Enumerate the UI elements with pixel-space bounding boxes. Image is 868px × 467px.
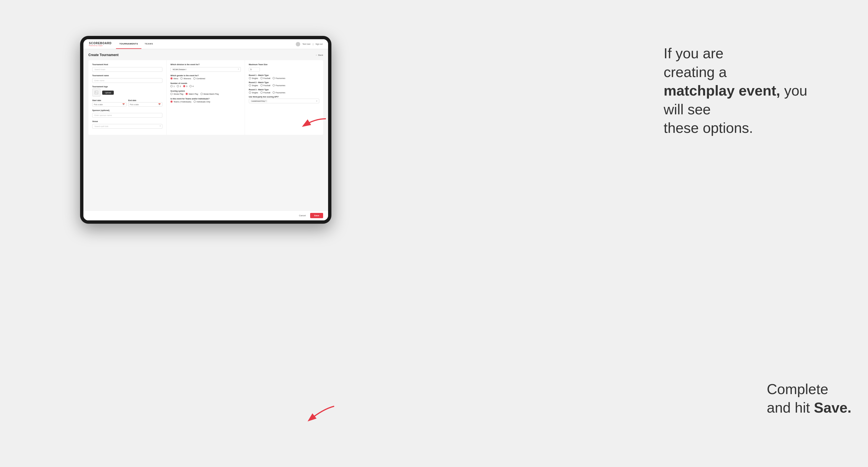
scoring-group: Scoring system Stroke Play Match Play xyxy=(170,90,241,95)
start-date-label: Start date xyxy=(92,99,126,101)
round2-foursomes-option[interactable]: Foursomes xyxy=(273,84,285,87)
round3-foursomes-radio[interactable] xyxy=(273,91,275,94)
gender-combined-option[interactable]: Combined xyxy=(193,77,205,80)
scoring-match-radio[interactable] xyxy=(186,93,188,95)
tablet-screen: SCOREBOARD Powered by clippit TOURNAMENT… xyxy=(84,39,328,220)
rounds-3-label: 3 xyxy=(186,85,187,87)
rounds-2-radio[interactable] xyxy=(177,85,179,87)
start-date-group: Start date 📅 xyxy=(92,99,126,106)
third-party-label: Use third-party live scoring API? xyxy=(249,96,319,98)
teams-individuals-radio[interactable] xyxy=(194,100,196,103)
tournament-name-input[interactable] xyxy=(92,78,162,83)
third-party-select[interactable]: Leaderboard King × ▼ xyxy=(249,99,319,103)
division-select[interactable]: NCAA Division I xyxy=(170,67,241,72)
sponsor-label: Sponsor (optional) xyxy=(92,110,162,111)
gender-mens-option[interactable]: Mens xyxy=(170,77,178,80)
round1-singles-radio[interactable] xyxy=(249,77,251,79)
round1-singles-label: Singles xyxy=(252,77,258,79)
gender-radio-group: Mens Womens Combined xyxy=(170,77,241,80)
round1-foursomes-radio[interactable] xyxy=(273,77,275,79)
venue-group: Venue xyxy=(92,120,162,129)
tournament-host-input[interactable] xyxy=(92,67,162,72)
round2-singles-radio[interactable] xyxy=(249,84,251,87)
scoring-stroke-option[interactable]: Stroke Play xyxy=(170,93,183,95)
gender-womens-option[interactable]: Womens xyxy=(180,77,191,80)
rounds-1-radio[interactable] xyxy=(170,85,173,87)
nav-tabs: TOURNAMENTS TEAMS xyxy=(116,39,156,49)
round3-section: Round 3 - Match Type Singles Fourball xyxy=(249,89,319,94)
sign-out-link[interactable]: Sign out xyxy=(315,43,322,45)
page-title-row: Create Tournament ← Back xyxy=(88,53,323,57)
scoring-match-option[interactable]: Match Play xyxy=(186,93,198,95)
round3-fourball-radio[interactable] xyxy=(260,91,262,94)
end-date-field[interactable]: 📅 xyxy=(128,102,162,106)
round3-singles-option[interactable]: Singles xyxy=(249,91,258,94)
cancel-button[interactable]: Cancel xyxy=(297,213,308,218)
rounds-4-option[interactable]: 4 xyxy=(189,85,194,87)
dates-group: Start date 📅 End date 📅 xyxy=(92,99,162,106)
tab-tournaments[interactable]: TOURNAMENTS xyxy=(116,39,142,49)
tournament-name-group: Tournament name xyxy=(92,74,162,83)
teams-teams-radio[interactable] xyxy=(170,100,173,103)
teams-individuals-label: Individuals Only xyxy=(197,101,210,103)
app-header: SCOREBOARD Powered by clippit TOURNAMENT… xyxy=(84,39,328,49)
save-button[interactable]: Save xyxy=(310,213,323,218)
logo-upload-row: Upload xyxy=(92,88,162,97)
scoring-medal-option[interactable]: Medal Match Play xyxy=(200,93,219,95)
tournament-logo-label: Tournament logo xyxy=(92,86,162,88)
round2-foursomes-label: Foursomes xyxy=(276,85,285,87)
round2-title: Round 2 - Match Type xyxy=(249,82,319,84)
gender-combined-radio[interactable] xyxy=(193,77,195,80)
form-grid: Tournament Host Tournament name Tourname… xyxy=(88,60,323,135)
max-team-size-input[interactable] xyxy=(249,67,260,71)
rounds-2-label: 2 xyxy=(180,85,181,87)
round3-fourball-option[interactable]: Fourball xyxy=(260,91,270,94)
rounds-4-label: 4 xyxy=(192,85,194,87)
upload-button[interactable]: Upload xyxy=(102,91,114,95)
round3-singles-radio[interactable] xyxy=(249,91,251,94)
scoring-match-label: Match Play xyxy=(189,93,198,95)
tag-close-icon[interactable]: × xyxy=(265,100,266,102)
header-left: SCOREBOARD Powered by clippit TOURNAMENT… xyxy=(89,39,156,49)
start-date-input[interactable] xyxy=(94,103,122,105)
division-group: Which division is the event for? NCAA Di… xyxy=(170,64,241,72)
gender-womens-radio[interactable] xyxy=(180,77,183,80)
round2-fourball-radio[interactable] xyxy=(260,84,262,87)
scoring-stroke-label: Stroke Play xyxy=(174,93,183,95)
back-link[interactable]: ← Back xyxy=(315,54,323,56)
round1-fourball-option[interactable]: Fourball xyxy=(260,77,270,79)
venue-input[interactable] xyxy=(92,124,162,129)
app-logo-sub: Powered by clippit xyxy=(89,45,112,46)
third-party-tag-text: Leaderboard King xyxy=(252,100,265,102)
date-row: Start date 📅 End date 📅 xyxy=(92,99,162,106)
teams-teams-option[interactable]: Teams (+Individuals) xyxy=(170,100,191,103)
round1-singles-option[interactable]: Singles xyxy=(249,77,258,79)
round1-fourball-radio[interactable] xyxy=(260,77,262,79)
round1-foursomes-option[interactable]: Foursomes xyxy=(273,77,285,79)
form-middle-column: Which division is the event for? NCAA Di… xyxy=(166,60,245,135)
round3-foursomes-option[interactable]: Foursomes xyxy=(273,91,285,94)
rounds-3-radio[interactable] xyxy=(183,85,185,87)
rounds-1-option[interactable]: 1 xyxy=(170,85,175,87)
scoring-stroke-radio[interactable] xyxy=(170,93,173,95)
rounds-3-option[interactable]: 3 xyxy=(183,85,187,87)
round2-fourball-option[interactable]: Fourball xyxy=(260,84,270,87)
round1-radio-group: Singles Fourball Foursomes xyxy=(249,77,319,79)
teams-teams-label: Teams (+Individuals) xyxy=(174,101,191,103)
separator: | xyxy=(313,43,313,45)
teams-individuals-option[interactable]: Individuals Only xyxy=(194,100,210,103)
rounds-2-option[interactable]: 2 xyxy=(177,85,181,87)
scoring-medal-radio[interactable] xyxy=(200,93,203,95)
svg-rect-0 xyxy=(95,91,98,94)
round2-foursomes-radio[interactable] xyxy=(273,84,275,87)
gender-mens-radio[interactable] xyxy=(170,77,173,80)
end-date-input[interactable] xyxy=(130,103,158,105)
round2-singles-option[interactable]: Singles xyxy=(249,84,258,87)
annotation-bold-save: Save. xyxy=(814,400,851,416)
round1-fourball-label: Fourball xyxy=(264,77,270,79)
main-content: Create Tournament ← Back Tournament Host… xyxy=(84,49,328,211)
rounds-4-radio[interactable] xyxy=(189,85,192,87)
sponsor-input[interactable] xyxy=(92,113,162,118)
tab-teams[interactable]: TEAMS xyxy=(142,39,157,49)
start-date-field[interactable]: 📅 xyxy=(92,102,126,106)
